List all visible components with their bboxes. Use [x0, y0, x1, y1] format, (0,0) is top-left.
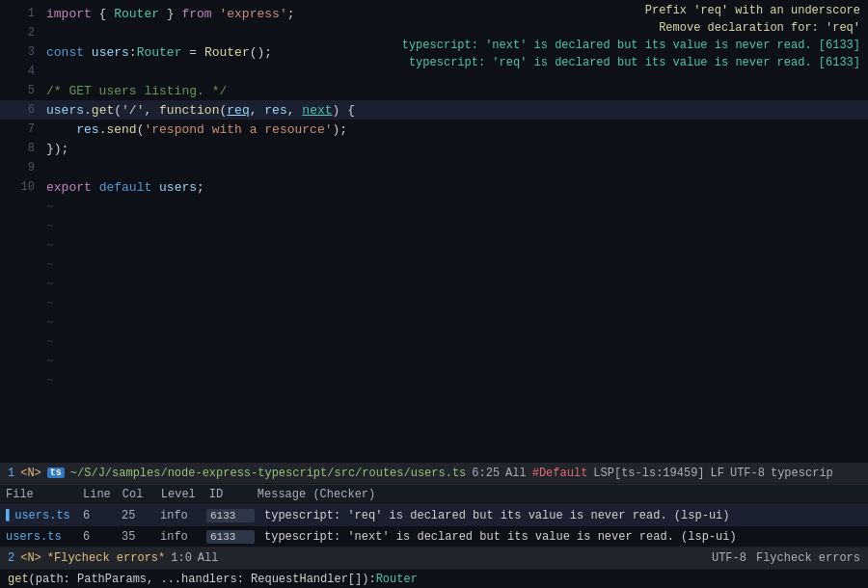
col-line: Line: [77, 485, 117, 505]
hint-ts-next: typescript: 'next' is declared but its v…: [402, 37, 860, 54]
tilde-line-12: ~: [0, 216, 868, 235]
token-punct: :: [129, 45, 137, 60]
diag-level: info: [154, 509, 203, 522]
code-line-10: 10export default users;: [0, 177, 868, 197]
table-row[interactable]: users.ts 6 25 info 6133 typescript: 'req…: [0, 505, 868, 526]
code-line-9: 9: [0, 158, 868, 177]
code-container: Prefix 'req' with an underscore Remove d…: [0, 0, 868, 463]
diag-line: 6: [77, 530, 116, 544]
token-punct: ;: [287, 7, 295, 21]
line-number: 2: [8, 26, 35, 40]
token-punct: (: [137, 122, 145, 137]
token-punct: ;: [197, 180, 204, 195]
bottom-all: All: [198, 551, 219, 565]
token-punct: ,: [144, 103, 159, 118]
status-lang: typescrip: [771, 467, 833, 480]
token-punct: [212, 7, 220, 21]
tilde-char: ~: [46, 296, 54, 310]
token-var-name: users: [46, 103, 84, 118]
bottom-left: 2 <N> *Flycheck errors* 1:0 All: [8, 551, 218, 565]
tilde-char: ~: [46, 238, 54, 253]
status-line-ending: LF: [711, 467, 724, 480]
status-bar-top: 1 <N> ts ~/S/J/samples/node-express-type…: [0, 463, 868, 484]
diag-col: 35: [116, 530, 154, 544]
token-punct: [84, 45, 92, 60]
token-punct: .: [99, 122, 107, 137]
tilde-line-16: ~: [0, 293, 868, 312]
status-ts-icon: ts: [47, 468, 65, 478]
tilde-line-17: ~: [0, 312, 868, 332]
tilde-char: ~: [46, 373, 54, 388]
status-file-path: ~/S/J/samples/node-express-typescript/sr…: [70, 467, 466, 480]
token-kw-import: import: [46, 7, 92, 21]
token-punct: (: [219, 103, 227, 118]
status-lsp: LSP[ts-ls:19459]: [593, 467, 704, 480]
bottom-encoding: UTF-8: [712, 551, 746, 565]
tilde-char: ~: [46, 354, 54, 368]
col-file: File: [0, 485, 77, 505]
status-encoding: UTF-8: [730, 467, 765, 480]
diagnostics-header: File Line Col Level ID Message (Checker): [0, 485, 868, 505]
col-msg: Message (Checker): [252, 485, 868, 505]
diagnostics-panel: File Line Col Level ID Message (Checker)…: [0, 484, 868, 548]
diagnostics-rows: users.ts 6 25 info 6133 typescript: 'req…: [0, 505, 868, 548]
token-kw-const: const: [46, 45, 84, 60]
diag-col: 25: [116, 509, 154, 522]
line-number: 5: [8, 84, 35, 97]
diag-id: 6133: [206, 509, 255, 522]
tilde-line-20: ~: [0, 370, 868, 389]
tilde-line-15: ~: [0, 274, 868, 293]
col-level: Level: [155, 485, 203, 505]
bottom-flycheck-label: Flycheck errors: [756, 551, 860, 565]
tilde-char: ~: [46, 257, 54, 272]
bottom-buffer-name: *Flycheck errors*: [47, 551, 165, 565]
token-punct: }: [159, 7, 181, 21]
tilde-char: ~: [46, 200, 54, 214]
tilde-char: ~: [46, 277, 54, 291]
token-comment: /* GET users listing. */: [46, 84, 227, 98]
token-punct: [151, 180, 159, 195]
line-number: 7: [8, 122, 35, 136]
line-number: 3: [8, 45, 35, 59]
line-number: 4: [8, 65, 35, 78]
tilde-line-11: ~: [0, 197, 868, 216]
token-param-req: req: [227, 103, 249, 118]
token-param-next: next: [302, 103, 332, 118]
mini-return-type: Router: [376, 573, 418, 586]
token-var-name: users: [159, 180, 197, 195]
token-method: Router: [204, 45, 250, 60]
diag-file: users.ts: [0, 530, 77, 544]
line-number: 10: [8, 180, 35, 194]
bottom-mode: <N>: [20, 551, 41, 565]
status-cursor-pos: 6:25: [472, 467, 500, 480]
token-punct: ,: [287, 103, 303, 118]
token-kw-export: export: [46, 180, 92, 195]
bottom-buf-num: 2: [8, 551, 14, 565]
mini-method: get: [8, 573, 29, 586]
table-row[interactable]: users.ts 6 35 info 6133 typescript: 'nex…: [0, 526, 868, 548]
code-line-5: 5/* GET users listing. */: [0, 81, 868, 100]
token-punct: ();: [250, 45, 272, 60]
token-punct: );: [333, 122, 348, 137]
editor-area: Prefix 'req' with an underscore Remove d…: [0, 0, 868, 463]
token-punct: ) {: [333, 103, 355, 118]
col-id: ID: [203, 485, 252, 505]
tilde-char: ~: [46, 219, 54, 233]
tilde-line-14: ~: [0, 254, 868, 274]
token-kw-default: default: [99, 180, 152, 195]
code-line-7: 7 res.send('respond with a resource');: [0, 120, 868, 139]
tilde-char: ~: [46, 315, 54, 330]
token-var-name: users: [92, 45, 129, 60]
token-punct: [46, 122, 76, 137]
mini-params: (path: PathParams, ...handlers: RequestH…: [29, 573, 369, 586]
token-var-name: res: [76, 122, 98, 137]
token-punct: {: [92, 7, 114, 21]
token-punct: [92, 180, 99, 195]
token-method: get: [92, 103, 114, 118]
tilde-char: ~: [46, 334, 54, 349]
status-bar-bottom: 2 <N> *Flycheck errors* 1:0 All UTF-8 Fl…: [0, 548, 868, 569]
bottom-right: UTF-8 Flycheck errors: [712, 551, 860, 565]
token-type-name: Router: [114, 7, 159, 21]
token-punct: ,: [250, 103, 265, 118]
line-number: 9: [8, 161, 35, 174]
